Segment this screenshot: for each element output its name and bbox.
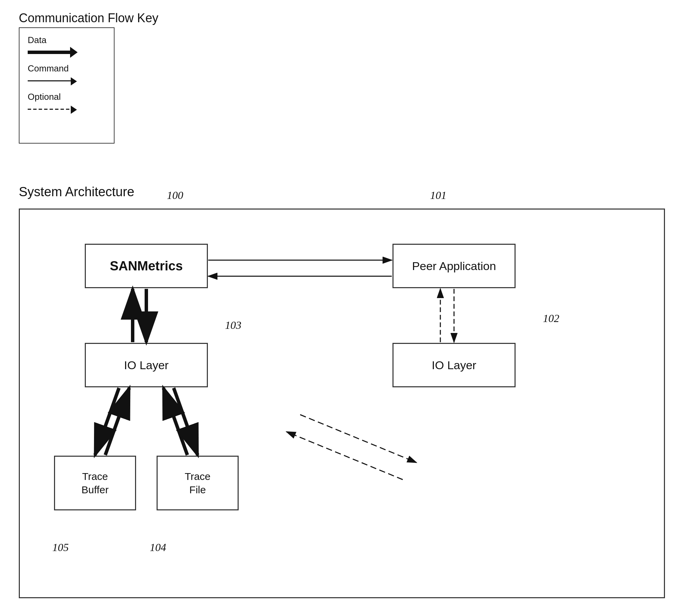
io-to-trace-file-arrow bbox=[174, 388, 198, 455]
flow-key-title: Communication Flow Key bbox=[19, 11, 158, 25]
box-sanmetrics: SANMetrics bbox=[85, 244, 208, 288]
page-container: Communication Flow Key Data Command Opti… bbox=[0, 0, 680, 616]
io-to-trace-buffer-arrow bbox=[95, 388, 119, 455]
trace-buffer-label: TraceBuffer bbox=[81, 470, 109, 496]
sys-arch-title: System Architecture bbox=[19, 185, 134, 199]
ref-100: 100 bbox=[167, 189, 183, 202]
flow-key-box: Data Command Optional bbox=[19, 27, 115, 144]
key-arrow-optional bbox=[28, 104, 106, 114]
box-peer-application: Peer Application bbox=[392, 244, 516, 288]
arch-container: SANMetrics Peer Application IO Layer IO … bbox=[19, 209, 665, 598]
key-label-optional: Optional bbox=[28, 92, 106, 102]
io-layer-left-label: IO Layer bbox=[124, 359, 169, 372]
key-label-data: Data bbox=[28, 35, 106, 45]
sanmetrics-label: SANMetrics bbox=[110, 259, 183, 273]
box-io-layer-right: IO Layer bbox=[392, 343, 516, 387]
data-arrow-line bbox=[28, 51, 72, 54]
ref-103: 103 bbox=[225, 319, 241, 332]
io-layer-right-label: IO Layer bbox=[432, 359, 476, 372]
box-io-layer-left: IO Layer bbox=[85, 343, 208, 387]
box-trace-file: TraceFile bbox=[157, 456, 239, 510]
ref-102: 102 bbox=[543, 312, 559, 325]
key-arrow-data bbox=[28, 48, 106, 57]
optional-diagonal-2 bbox=[286, 432, 403, 480]
ref-104: 104 bbox=[150, 541, 166, 554]
command-arrow-line bbox=[28, 80, 72, 81]
box-trace-buffer: TraceBuffer bbox=[54, 456, 136, 510]
key-item-command: Command bbox=[28, 63, 106, 85]
optional-arrow-line bbox=[28, 109, 72, 110]
peer-application-label: Peer Application bbox=[412, 259, 496, 273]
key-arrow-command bbox=[28, 76, 106, 85]
ref-105: 105 bbox=[52, 541, 69, 554]
key-label-command: Command bbox=[28, 63, 106, 74]
trace-buffer-to-io-arrow bbox=[105, 388, 129, 455]
key-item-optional: Optional bbox=[28, 92, 106, 114]
ref-101: 101 bbox=[430, 189, 446, 202]
trace-file-to-io-arrow bbox=[163, 388, 187, 455]
optional-diagonal-1 bbox=[300, 415, 416, 463]
trace-file-label: TraceFile bbox=[185, 470, 211, 496]
key-item-data: Data bbox=[28, 35, 106, 57]
